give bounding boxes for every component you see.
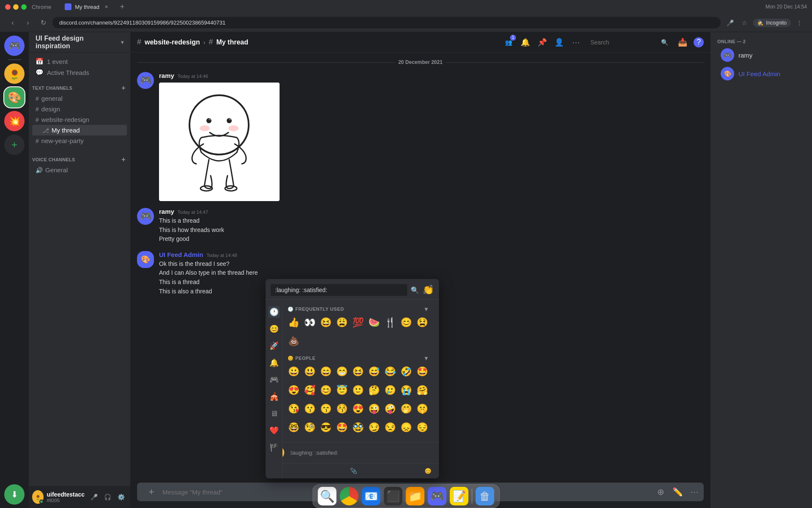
emoji-grinning[interactable]: 😀: [286, 364, 301, 379]
emoji-button[interactable]: 😊: [420, 465, 436, 477]
emoji-sidebar-nature[interactable]: 🚀: [268, 340, 280, 352]
emoji-rofl[interactable]: 🤣: [398, 364, 414, 379]
more-button[interactable]: ⋯: [687, 483, 702, 501]
mic-icon[interactable]: 🎤: [724, 17, 736, 29]
member-item-admin[interactable]: 🎨 UI Feed Admin: [714, 64, 809, 83]
emoji-sidebar-recent[interactable]: 🕐: [268, 306, 280, 318]
edit-button[interactable]: ✏️: [670, 483, 685, 501]
settings-button[interactable]: ⚙️: [115, 491, 127, 503]
emoji-star-struck-2[interactable]: 🤩: [334, 420, 349, 435]
emoji-wink-tongue[interactable]: 😜: [366, 401, 381, 417]
server-icon-palette[interactable]: 🎨: [4, 87, 25, 108]
search-bar[interactable]: 🔍: [587, 37, 672, 47]
channel-item-website-redesign[interactable]: # website-redesign: [32, 114, 127, 125]
text-channels-header[interactable]: TEXT CHANNELS +: [29, 78, 130, 93]
add-voice-channel-button[interactable]: +: [120, 156, 127, 163]
dock-trash[interactable]: 🗑: [476, 487, 494, 505]
emoji-blush[interactable]: 😊: [318, 383, 333, 398]
dock-folder[interactable]: 📁: [406, 487, 425, 505]
server-icon-discord[interactable]: 🎮: [4, 36, 25, 56]
emoji-hugging[interactable]: 🤗: [414, 383, 430, 398]
help-button[interactable]: ?: [694, 37, 704, 47]
emoji-salute[interactable]: 🤫: [414, 401, 430, 417]
dock-finder[interactable]: 🔍: [318, 487, 337, 505]
forward-button[interactable]: ›: [22, 17, 34, 29]
emoji-joy[interactable]: 😂: [382, 364, 398, 379]
channel-item-my-thread[interactable]: ⎇ My thread: [32, 125, 127, 135]
emoji-eyes[interactable]: 👀: [302, 315, 317, 330]
emoji-clap-button[interactable]: 👏: [422, 284, 434, 295]
inbox-button[interactable]: 📥: [677, 36, 689, 48]
members-button[interactable]: 👤: [553, 36, 565, 48]
emoji-zany[interactable]: 🤪: [382, 401, 398, 417]
emoji-sidebar-food[interactable]: 🔔: [268, 357, 280, 369]
mic-toggle-button[interactable]: 🎤: [88, 491, 100, 503]
menu-icon[interactable]: ⋮: [793, 17, 805, 29]
emoji-slightly-smiling[interactable]: 🙂: [350, 383, 365, 398]
emoji-smirk[interactable]: 😏: [366, 420, 381, 435]
emoji-sweat-smile[interactable]: 😅: [366, 364, 381, 379]
reload-button[interactable]: ↻: [37, 17, 49, 29]
emoji-unamused[interactable]: 😒: [382, 420, 398, 435]
emoji-smile2[interactable]: 😄: [318, 364, 333, 379]
notifications-button[interactable]: 🔔: [519, 36, 531, 48]
channel-item-new-year-party[interactable]: # new-year-party: [32, 135, 127, 146]
dock-discord[interactable]: 🎮: [428, 487, 447, 505]
server-name-header[interactable]: UI Feed design inspiration ▾: [29, 32, 130, 52]
download-button[interactable]: ⬇: [4, 484, 25, 505]
emoji-laughing[interactable]: 😆: [350, 364, 365, 379]
emoji-pensive[interactable]: 😔: [414, 420, 430, 435]
emoji-monocle[interactable]: 🧐: [302, 420, 317, 435]
new-tab-button[interactable]: +: [116, 1, 128, 13]
tab-close-button[interactable]: ✕: [103, 3, 110, 10]
active-tab[interactable]: My thread ✕: [58, 0, 116, 14]
pin-button[interactable]: 📌: [536, 36, 548, 48]
voice-channels-header[interactable]: VOICE CHANNELS +: [29, 149, 130, 165]
dock-mail[interactable]: 📧: [362, 487, 381, 505]
people-header[interactable]: 😊 PEOPLE ▾: [286, 352, 430, 364]
dock-notes[interactable]: 📝: [450, 487, 469, 505]
sidebar-item-event[interactable]: 📅 1 event: [32, 56, 127, 67]
emoji-thumbsup[interactable]: 👍: [286, 315, 301, 330]
emoji-star-struck[interactable]: 🤩: [414, 364, 430, 379]
emoji-kissing-closed-eyes[interactable]: 😚: [334, 401, 349, 417]
emoji-kissing-heart[interactable]: 😘: [286, 401, 301, 417]
sidebar-item-active-threads[interactable]: 💬 Active Threads: [32, 67, 127, 78]
search-input[interactable]: [590, 39, 658, 46]
emoji-sidebar-flags[interactable]: 🏴: [268, 442, 280, 453]
emoji-sidebar-objects[interactable]: 🖥: [268, 408, 280, 420]
more-options-button[interactable]: ⋯: [570, 36, 582, 48]
emoji-search-input[interactable]: [271, 284, 407, 296]
headphones-button[interactable]: 🎧: [102, 491, 113, 503]
emoji-watermelon[interactable]: 🍉: [366, 315, 381, 330]
emoji-laugh[interactable]: 😆: [318, 315, 333, 330]
channel-item-general[interactable]: # general: [32, 93, 127, 104]
server-icon-sunflower[interactable]: 🌻: [4, 64, 25, 84]
emoji-thinking[interactable]: 🤔: [366, 383, 381, 398]
server-icon-boom[interactable]: 💥: [4, 111, 25, 131]
emoji-sidebar-activity[interactable]: 🎮: [268, 374, 280, 386]
attach-button[interactable]: +: [144, 483, 159, 501]
add-server-button[interactable]: +: [4, 135, 25, 155]
dock-terminal[interactable]: ⬛: [384, 487, 403, 505]
star-icon[interactable]: ☆: [738, 17, 750, 29]
emoji-fork-knife[interactable]: 🍴: [382, 315, 398, 330]
add-channel-button[interactable]: +: [120, 85, 127, 91]
channel-item-design[interactable]: # design: [32, 104, 127, 114]
channel-item-general-voice[interactable]: 🔊 General: [32, 165, 127, 175]
maximize-button[interactable]: [21, 4, 27, 10]
emoji-kissing[interactable]: 😗: [302, 401, 317, 417]
emoji-disguised[interactable]: 🥸: [350, 420, 365, 435]
emoji-search-icon[interactable]: 🔍: [411, 286, 419, 294]
emoji-sidebar-symbols[interactable]: ❤️: [268, 425, 280, 436]
emoji-poop[interactable]: 💩: [286, 334, 301, 349]
frequently-used-header[interactable]: 🕐 FREQUENTLY USED ▾: [286, 303, 430, 315]
sticker-button[interactable]: 📎: [346, 465, 361, 477]
emoji-shushing[interactable]: 🤭: [398, 401, 414, 417]
emoji-grin[interactable]: 😁: [334, 364, 349, 379]
emoji-smiley[interactable]: 😃: [302, 364, 317, 379]
emoji-weary[interactable]: 😩: [334, 315, 349, 330]
emoji-kissing-smiling[interactable]: 😙: [318, 401, 333, 417]
thread-members-button[interactable]: 👥 1: [502, 36, 514, 48]
emoji-holding-back-tears[interactable]: 🥲: [382, 383, 398, 398]
